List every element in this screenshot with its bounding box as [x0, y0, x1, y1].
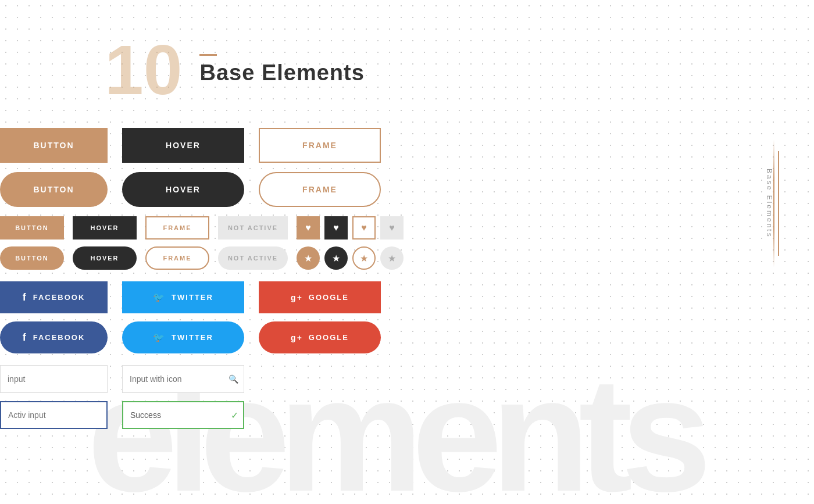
heart-btn-brown[interactable]: ♥	[297, 216, 320, 240]
star-icon-dark: ★	[332, 253, 340, 264]
page-title: Base Elements	[199, 60, 364, 85]
input-with-icon[interactable]	[122, 365, 244, 393]
button-frame-small[interactable]: FRAME	[145, 216, 209, 240]
twitter-label-rounded: TWITTER	[172, 333, 213, 342]
twitter-label: TWITTER	[172, 293, 213, 302]
star-btn-dark[interactable]: ★	[324, 246, 348, 270]
button-frame-large[interactable]: FRAME	[259, 128, 381, 163]
title-block: Base Elements	[199, 54, 364, 85]
twitter-icon-rounded: 🐦	[153, 332, 166, 343]
row-small-sharp: BUTTON HOVER FRAME NOT ACTIVE ♥ ♥ ♥	[0, 216, 814, 240]
title-accent	[199, 54, 217, 56]
check-icon: ✓	[231, 410, 238, 421]
google-button-rounded[interactable]: g+ GOOGLE	[259, 321, 381, 353]
input-with-icon-wrapper: 🔍	[122, 365, 244, 393]
row-large-sharp: BUTTON HOVER FRAME	[0, 128, 814, 163]
star-btn-frame[interactable]: ★	[352, 246, 376, 270]
google-button-sharp[interactable]: g+ GOOGLE	[259, 281, 381, 313]
facebook-icon: f	[23, 291, 27, 303]
button-inactive-small-rounded: NOT ACTIVE	[218, 246, 288, 270]
button-frame-small-rounded[interactable]: FRAME	[145, 246, 209, 270]
button-hover-small-rounded[interactable]: HOVER	[73, 246, 137, 270]
search-icon: 🔍	[229, 374, 238, 384]
input-active[interactable]	[0, 401, 108, 429]
facebook-icon-rounded: f	[23, 331, 27, 344]
row-inputs-states: ✓	[0, 401, 814, 429]
star-btn-brown[interactable]: ★	[297, 246, 320, 270]
twitter-icon: 🐦	[153, 292, 166, 303]
row-social-sharp: f FACEBOOK 🐦 TWITTER g+ GOOGLE	[0, 281, 814, 313]
heart-btn-frame[interactable]: ♥	[352, 216, 376, 240]
button-inactive-small: NOT ACTIVE	[218, 216, 288, 240]
twitter-button-sharp[interactable]: 🐦 TWITTER	[122, 281, 244, 313]
google-label: GOOGLE	[309, 293, 349, 302]
button-frame-large-rounded[interactable]: FRAME	[259, 172, 381, 207]
star-icon-brown: ★	[304, 253, 312, 264]
row-small-rounded: BUTTON HOVER FRAME NOT ACTIVE ★ ★ ★	[0, 246, 814, 270]
heart-icon-light: ♥	[389, 223, 395, 233]
heart-icon-buttons: ♥ ♥ ♥ ♥	[297, 216, 404, 240]
header-section: 10 Base Elements	[0, 0, 814, 128]
google-icon-rounded: g+	[291, 333, 303, 342]
star-btn-light: ★	[380, 246, 404, 270]
page-number: 10	[105, 35, 182, 105]
google-icon: g+	[291, 293, 303, 302]
heart-btn-dark[interactable]: ♥	[324, 216, 348, 240]
input-normal[interactable]	[0, 365, 108, 393]
button-hover-large-rounded[interactable]: HOVER	[122, 172, 244, 207]
button-brown-large[interactable]: BUTTON	[0, 128, 108, 163]
row-large-rounded: BUTTON HOVER FRAME	[0, 172, 814, 207]
heart-icon-dark: ♥	[333, 223, 339, 233]
sections-wrapper: BUTTON HOVER FRAME BUTTON HOVER FRAME	[0, 128, 814, 429]
heart-icon: ♥	[305, 223, 311, 233]
button-brown-small[interactable]: BUTTON	[0, 216, 64, 240]
facebook-button-sharp[interactable]: f FACEBOOK	[0, 281, 108, 313]
button-hover-large[interactable]: HOVER	[122, 128, 244, 163]
facebook-label: FACEBOOK	[33, 293, 85, 302]
star-icon-buttons: ★ ★ ★ ★	[297, 246, 404, 270]
button-hover-small[interactable]: HOVER	[73, 216, 137, 240]
heart-icon-frame: ♥	[361, 223, 367, 233]
twitter-button-rounded[interactable]: 🐦 TWITTER	[122, 321, 244, 353]
input-success-wrapper: ✓	[122, 401, 244, 429]
row-social-rounded: f FACEBOOK 🐦 TWITTER g+ GOOGLE	[0, 321, 814, 353]
row-inputs-normal: 🔍	[0, 365, 814, 393]
button-brown-large-rounded[interactable]: BUTTON	[0, 172, 108, 207]
heart-btn-light[interactable]: ♥	[380, 216, 404, 240]
button-brown-small-rounded[interactable]: BUTTON	[0, 246, 64, 270]
facebook-button-rounded[interactable]: f FACEBOOK	[0, 321, 108, 353]
facebook-label-rounded: FACEBOOK	[33, 333, 85, 342]
star-icon-light: ★	[388, 253, 396, 264]
star-icon-frame: ★	[360, 253, 368, 264]
input-success[interactable]	[122, 401, 244, 429]
google-label-rounded: GOOGLE	[309, 333, 349, 342]
